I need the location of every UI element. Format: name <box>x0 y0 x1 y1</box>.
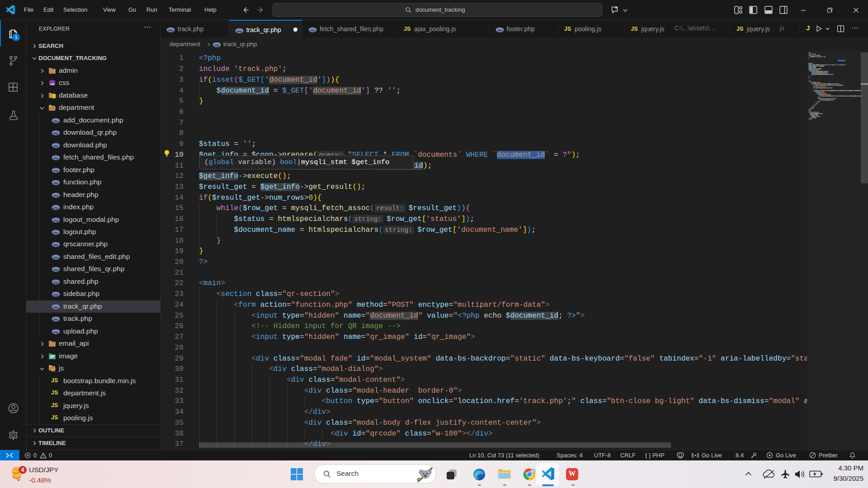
svg-text:css: css <box>51 84 54 86</box>
svg-text:php: php <box>236 29 242 33</box>
svg-text:php: php <box>53 156 58 160</box>
svg-text:php: php <box>53 218 58 222</box>
svg-text:php: php <box>214 43 219 47</box>
svg-text:php: php <box>168 28 173 32</box>
svg-text:php: php <box>53 144 58 147</box>
svg-text:php: php <box>53 230 58 234</box>
svg-text:php: php <box>53 305 58 309</box>
svg-text:php: php <box>53 330 58 333</box>
svg-text:php: php <box>53 318 58 321</box>
svg-text:php: php <box>53 193 58 197</box>
svg-text:php: php <box>310 28 315 32</box>
svg-text:php: php <box>53 268 58 272</box>
svg-text:php: php <box>53 293 58 296</box>
svg-text:php: php <box>497 28 502 32</box>
svg-text:php: php <box>53 243 58 247</box>
svg-text:php: php <box>53 131 58 135</box>
svg-text:php: php <box>53 119 58 122</box>
svg-text:php: php <box>53 206 58 210</box>
svg-text:php: php <box>53 280 58 284</box>
svg-text:php: php <box>53 169 58 172</box>
svg-text:php: php <box>53 181 58 185</box>
svg-text:D: D <box>531 469 534 474</box>
svg-text:JS: JS <box>51 369 55 372</box>
svg-text:php: php <box>53 255 58 259</box>
